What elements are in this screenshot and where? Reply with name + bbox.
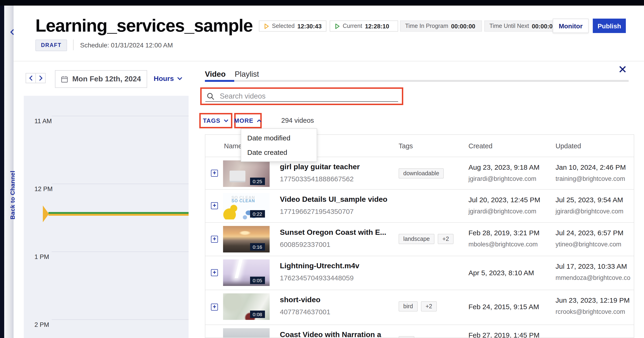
created-cell: Feb 27, 2019, 1:45 PM [468,325,551,338]
search-input[interactable] [219,92,397,101]
created-date: Apr 5, 2023, 8:10 AM [468,269,534,277]
video-id: 4077874637001 [280,308,330,316]
search-icon [207,92,215,100]
column-header-updated[interactable]: Updated [556,142,581,150]
duration-badge: 0:25 [250,177,265,185]
tags-cell [398,336,414,338]
duration-badge: 0:05 [250,277,265,284]
publish-button[interactable]: Publish [593,18,626,33]
left-edge-strip [0,0,4,338]
created-cell: Apr 5, 2023, 8:10 AM [468,256,551,290]
hour-line [52,252,188,252]
page-title: Learning_services_sample [36,16,252,37]
video-thumbnail[interactable]: 0:05 [223,259,270,286]
next-day-button[interactable] [36,73,46,83]
hour-line [52,320,188,320]
playhead-marker-icon[interactable] [43,205,49,222]
table-row[interactable]: +0:08short-video4077874637001bird+2Feb 2… [205,290,634,325]
prev-day-button[interactable] [26,73,36,83]
expand-row-icon[interactable]: + [211,169,218,176]
created-date: Feb 24, 2015, 9:15 AM [468,303,539,311]
video-title: girl play guitar teacher [280,163,360,171]
table-row[interactable]: +0:22Video Details UI_sample video177196… [205,189,634,222]
updated-date: Jun 23, 2023, 12:19 PM [556,296,630,304]
column-header-name[interactable]: Name [224,142,242,150]
tag-pill [398,336,414,338]
close-icon[interactable] [619,66,626,73]
tab-playlist[interactable]: Playlist [235,70,259,79]
table-row[interactable]: +0:16Sunset Oregon Coast with E...600859… [205,222,634,256]
video-thumbnail[interactable]: 0:25 [223,161,270,187]
hour-label: 1 PM [34,253,49,260]
video-thumbnail[interactable] [223,328,270,338]
timer-label: Selected [272,23,294,29]
monitor-button[interactable]: Monitor [553,18,588,33]
hour-label: 11 AM [34,118,52,125]
updated-cell: Jul 17, 2023, 10:33 AMmmendoza@brightcov… [556,256,634,290]
updated-date: Jul 25, 2023, 9:54 AM [556,196,623,204]
timer-value: 12:28:10 [365,22,389,29]
created-by: jgirardi@brightcove.com [468,208,536,215]
created-cell: Aug 23, 2023, 9:18 AMjgirardi@brightcove… [468,157,551,190]
created-date: Jul 20, 2023, 12:45 PM [468,196,540,204]
selected-time-line [48,214,188,216]
hour-line [52,184,188,184]
updated-by: ytineo@brightcove.com [556,241,622,248]
expand-row-icon[interactable]: + [211,304,218,311]
schedule-timeline[interactable]: 11 AM12 PM1 PM2 PM [24,96,188,338]
expand-row-icon[interactable]: + [211,202,218,209]
date-picker[interactable]: Mon Feb 12th, 2024 [55,70,147,88]
updated-date: Jan 10, 2024, 2:46 PM [556,163,626,171]
active-tab-underline [205,80,234,82]
back-to-channel-rail[interactable]: Back to Channel [4,5,14,338]
schedule-text: Schedule: 01/31/2024 12:00 AM [80,41,173,49]
sort-menu-item-date-created[interactable]: Date created [241,145,317,160]
play-outline-green-icon [335,23,340,29]
created-by: mboles@brightcove.com [468,241,538,248]
tag-pill: downloadable [398,168,444,178]
top-black-bar [0,0,644,5]
video-thumbnail[interactable]: 0:22 [223,193,270,219]
zoom-level-dropdown[interactable]: Hours [154,74,183,82]
tags-cell: landscape+2 [398,234,454,244]
tag-pill: +2 [438,234,454,244]
header-divider [13,61,644,61]
chevron-left-icon[interactable] [10,29,14,35]
timer-value: 12:30:43 [297,22,322,29]
current-time-line [48,212,188,214]
created-cell: Feb 24, 2015, 9:15 AM [468,290,551,325]
sort-menu-item-date-modified[interactable]: Date modified [241,131,317,145]
created-date: Feb 27, 2019, 1:45 PM [468,331,540,338]
timer-badge-selected: Selected12:30:43 [259,20,326,32]
column-header-created[interactable]: Created [468,142,492,150]
created-by: jgirardi@brightcove.com [468,175,536,182]
tab-video[interactable]: Video [205,70,226,79]
more-filter-button[interactable]: MORE [234,113,262,128]
chevron-up-icon [256,119,262,123]
tags-filter-button[interactable]: TAGS [199,113,232,128]
video-thumbnail[interactable]: 0:08 [223,293,270,320]
updated-cell: Jul 24, 2023, 6:57 PMytineo@brightcove.c… [556,223,634,256]
sort-dropdown-menu: Date modifiedDate created [241,128,317,162]
video-thumbnail[interactable]: 0:16 [223,226,270,252]
video-title: Lightning-Utrecht.m4v [280,262,359,270]
date-picker-value: Mon Feb 12th, 2024 [72,75,141,83]
video-count: 294 videos [281,117,314,124]
table-row[interactable]: +Coast Video with Narration aFeb 27, 201… [205,325,634,338]
hour-label: 2 PM [34,321,49,328]
timer-value: 00:00:00 [451,22,475,29]
created-cell: Jul 20, 2023, 12:45 PMjgirardi@brightcov… [468,190,551,223]
chevron-down-icon [224,119,229,123]
video-title: Coast Video with Narration a [280,331,381,338]
hour-line [52,116,188,116]
column-header-tags[interactable]: Tags [398,142,413,150]
created-cell: Feb 28, 2019, 3:21 PMmboles@brightcove.c… [468,223,551,256]
video-title: Video Details UI_sample video [280,195,388,204]
updated-date: Jul 17, 2023, 10:33 AM [556,262,627,270]
expand-row-icon[interactable]: + [211,269,218,276]
table-row[interactable]: +0:05Lightning-Utrecht.m4v17623457049334… [205,256,634,290]
video-id: 1775033541888667562 [280,175,354,183]
video-id: 1762345704933448059 [280,274,354,282]
expand-row-icon[interactable]: + [211,235,218,242]
calendar-icon [61,76,68,83]
